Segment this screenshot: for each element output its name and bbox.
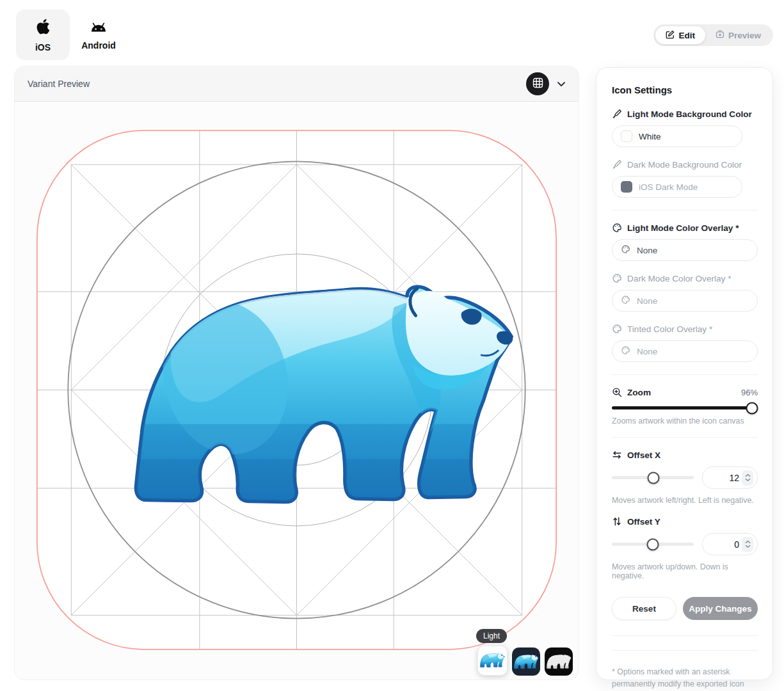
zoom-in-icon (612, 387, 622, 397)
variant-preview-title: Variant Preview (28, 79, 90, 89)
zoom-label-row: Zoom (612, 387, 651, 397)
light-overlay-select[interactable]: None (612, 239, 758, 261)
paintbrush-icon (612, 159, 622, 170)
tinted-overlay-label-row: Tinted Color Overlay * (612, 324, 758, 334)
divider (612, 374, 758, 375)
dark-bg-select[interactable]: iOS Dark Mode (612, 176, 742, 198)
dark-bg-label-row: Dark Mode Background Color (612, 159, 758, 170)
offset-x-caption: Moves artwork left/right. Left is negati… (612, 496, 758, 505)
tinted-overlay-value: None (637, 347, 657, 356)
divider (612, 635, 758, 636)
preview-eye-icon (716, 30, 724, 41)
preview-button[interactable]: Preview (705, 26, 771, 44)
tinted-overlay-label: Tinted Color Overlay * (627, 324, 712, 334)
android-icon (89, 20, 108, 36)
dark-overlay-value: None (637, 296, 657, 306)
thumbnail-tinted[interactable] (545, 647, 573, 676)
arrows-vertical-icon (612, 516, 622, 527)
offset-y-slider-thumb[interactable] (647, 538, 659, 550)
light-overlay-label-row: Light Mode Color Overlay * (612, 223, 758, 233)
dark-overlay-label: Dark Mode Color Overlay * (627, 274, 731, 283)
tab-android-label: Android (81, 40, 116, 51)
light-bg-label: Light Mode Background Color (627, 109, 752, 119)
zoom-value: 96% (741, 388, 758, 397)
reset-button[interactable]: Reset (612, 597, 676, 620)
offset-y-caption: Moves artwork up/down. Down is negative. (612, 562, 758, 580)
zoom-slider[interactable] (612, 406, 758, 409)
offset-x-input-pill (702, 466, 758, 489)
zoom-slider-thumb[interactable] (746, 402, 758, 414)
thumbnail-light[interactable] (477, 646, 508, 676)
light-bg-value: White (639, 132, 661, 141)
offset-x-label-row: Offset X (612, 450, 758, 460)
palette-icon (612, 223, 622, 233)
dark-bg-value: iOS Dark Mode (639, 182, 698, 192)
icon-settings-panel: Icon Settings Light Mode Background Colo… (596, 67, 773, 680)
tab-ios[interactable]: iOS (16, 10, 70, 60)
edit-button[interactable]: Edit (655, 26, 705, 44)
tab-android[interactable]: Android (77, 12, 120, 58)
palette-icon (621, 346, 630, 357)
grid-icon (532, 77, 543, 90)
variant-preview-header: Variant Preview (15, 67, 579, 102)
edit-pencil-icon (666, 30, 675, 41)
offset-y-label: Offset Y (627, 517, 660, 527)
divider (612, 210, 758, 210)
offset-y-input[interactable] (714, 539, 739, 550)
apply-changes-button[interactable]: Apply Changes (683, 597, 758, 620)
palette-icon (612, 324, 622, 334)
edit-preview-toggle: Edit Preview (653, 24, 773, 46)
edit-button-label: Edit (678, 31, 695, 40)
tinted-overlay-select[interactable]: None (612, 340, 758, 362)
offset-x-slider[interactable] (612, 476, 694, 479)
dark-overlay-select[interactable]: None (612, 290, 758, 312)
dark-bg-label: Dark Mode Background Color (627, 160, 742, 170)
zoom-caption: Zooms artwork within the icon canvas (612, 417, 758, 425)
tab-ios-label: iOS (35, 42, 51, 52)
offset-x-stepper[interactable] (742, 470, 753, 486)
thumbnail-dark[interactable] (512, 647, 540, 676)
offset-y-input-pill (702, 533, 758, 555)
palette-icon (621, 244, 630, 256)
palette-icon (621, 295, 630, 306)
icon-grid-canvas (15, 102, 579, 679)
chevron-down-icon[interactable] (557, 78, 566, 90)
white-swatch (621, 131, 632, 142)
divider (612, 437, 758, 438)
asterisk-footnote: * Options marked with an asterisk perman… (612, 666, 758, 691)
paintbrush-icon (612, 109, 622, 119)
icon-canvas: Light (15, 102, 579, 680)
offset-x-slider-thumb[interactable] (648, 472, 660, 484)
divider (612, 650, 758, 651)
zoom-label: Zoom (627, 388, 651, 397)
arrows-horizontal-icon (612, 450, 622, 460)
offset-y-slider[interactable] (612, 543, 694, 546)
offset-y-stepper[interactable] (742, 537, 753, 552)
variant-tooltip: Light (476, 629, 507, 643)
dark-swatch (621, 181, 632, 193)
light-overlay-label: Light Mode Color Overlay * (627, 223, 739, 233)
offset-y-label-row: Offset Y (612, 516, 758, 527)
light-bg-select[interactable]: White (612, 125, 742, 147)
settings-title: Icon Settings (612, 84, 758, 95)
apple-icon (36, 18, 51, 38)
offset-x-input[interactable] (714, 473, 739, 483)
variant-thumbnails (477, 646, 573, 676)
offset-x-label: Offset X (627, 450, 660, 460)
light-bg-label-row: Light Mode Background Color (612, 109, 758, 119)
palette-icon (612, 273, 622, 283)
variant-preview-panel: Variant Preview (14, 66, 579, 680)
dark-overlay-label-row: Dark Mode Color Overlay * (612, 273, 758, 283)
preview-button-label: Preview (728, 31, 761, 40)
grid-view-button[interactable] (526, 72, 549, 95)
light-overlay-value: None (637, 246, 657, 255)
